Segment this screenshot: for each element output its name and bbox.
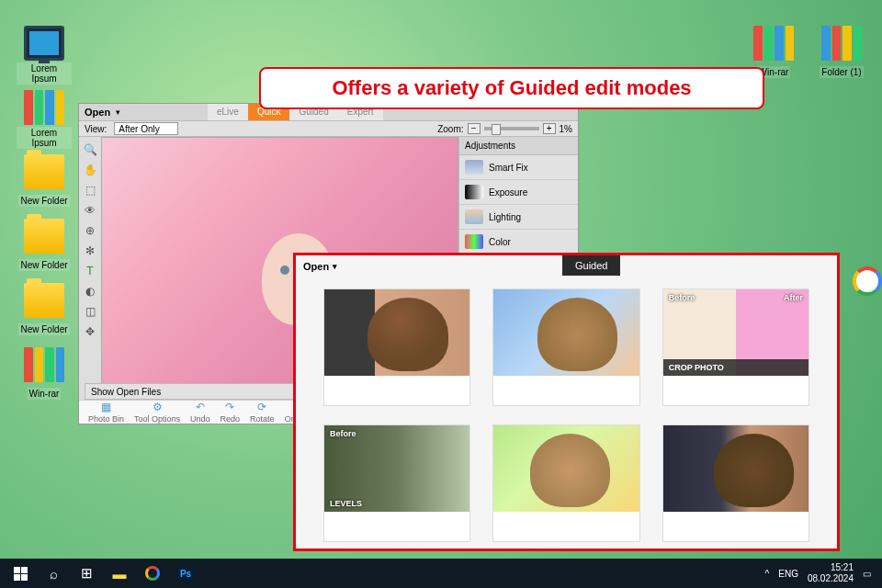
tool-options-button[interactable]: ⚙Tool Options [130, 401, 184, 424]
before-label: Before [330, 429, 356, 438]
guided-card[interactable] [492, 288, 639, 406]
zoom-slider[interactable] [484, 127, 539, 130]
binders-icon [24, 90, 64, 125]
toolbar: 🔍 ✋ ⬚ 👁 ⊕ ✻ T ◐ ◫ ✥ [79, 137, 101, 413]
time-label: 15:21 [808, 562, 854, 573]
search-icon: ⌕ [50, 566, 58, 582]
desktop-icon-label: Lorem Ipsum [17, 62, 72, 85]
windows-icon [14, 567, 28, 581]
folder-icon [24, 283, 64, 318]
chrome-button[interactable] [136, 559, 169, 588]
view-select[interactable] [114, 122, 178, 135]
desktop-icon-label: Win-rar [28, 388, 62, 400]
folder-icon: ▬ [113, 566, 127, 582]
zoom-label: Zoom: [437, 124, 463, 134]
show-open-files-label[interactable]: Show Open Files [91, 387, 161, 397]
view-bar: View: Zoom: − + 1% [79, 120, 578, 137]
chrome-icon [145, 566, 160, 581]
guided-card-levels[interactable]: Before LEVELS [323, 424, 470, 542]
adjust-lighting[interactable]: Lighting [459, 205, 578, 230]
desktop-icon-winrar[interactable]: Win-rar [17, 347, 72, 401]
desktop-icon-label: New Folder [18, 195, 69, 207]
eye-tool-icon[interactable]: 👁 [83, 203, 97, 218]
system-tray: ^ ENG 15:21 08.02.2024 ▭ [758, 562, 878, 584]
tool-options-icon: ⚙ [153, 401, 163, 413]
card-title: CROP PHOTO [663, 359, 808, 376]
folder-icon [24, 154, 64, 189]
zoom-value: 1% [560, 124, 572, 134]
clock[interactable]: 15:21 08.02.2024 [808, 562, 854, 584]
type-tool-icon[interactable]: T [83, 264, 97, 278]
redo-icon: ↷ [225, 401, 234, 413]
redo-button[interactable]: ↷Redo [217, 401, 244, 424]
undo-icon: ↶ [196, 401, 205, 413]
date-label: 08.02.2024 [808, 573, 854, 584]
explorer-button[interactable]: ▬ [103, 559, 136, 588]
photoshop-button[interactable]: Ps [169, 559, 202, 588]
guided-card-crop[interactable]: Before After CROP PHOTO [662, 288, 809, 406]
desktop-icon-folder1[interactable]: Folder (1) [814, 26, 869, 79]
zoom-out-button[interactable]: − [468, 123, 481, 134]
search-button[interactable]: ⌕ [37, 559, 70, 588]
view-label: View: [85, 124, 107, 134]
callout-banner: Offers a variety of Guided edit modes [259, 67, 764, 109]
desktop-icon-folder[interactable]: New Folder [17, 154, 72, 208]
photo-bin-button[interactable]: ▦Photo Bin [85, 401, 128, 424]
taskbar: ⌕ ⊞ ▬ Ps ^ ENG 15:21 08.02.2024 ▭ [0, 559, 882, 588]
select-tool-icon[interactable]: ⬚ [83, 183, 97, 198]
adjust-color[interactable]: Color [459, 230, 578, 254]
rotate-button[interactable]: ⟳Rotate [246, 401, 278, 424]
rotate-icon: ⟳ [257, 401, 266, 413]
adjust-smartfix[interactable]: Smart Fix [459, 155, 578, 180]
guided-window: Open Guided Before After CROP PHOTO Befo… [293, 253, 840, 551]
zoom-tool-icon[interactable]: 🔍 [83, 142, 97, 157]
guided-card[interactable] [492, 424, 639, 542]
open-menu[interactable]: Open [85, 107, 110, 118]
binders-icon [24, 347, 64, 382]
tab-guided[interactable]: Guided [562, 255, 620, 276]
adjust-exposure[interactable]: Exposure [459, 180, 578, 205]
monitor-icon [24, 26, 64, 61]
guided-header: Open Guided [296, 255, 837, 277]
spot-tool-icon[interactable]: ◐ [83, 284, 97, 299]
chrome-icon[interactable] [853, 266, 882, 296]
guided-grid: Before After CROP PHOTO Before LEVELS [296, 277, 837, 553]
zoom-in-button[interactable]: + [543, 123, 556, 134]
task-view-button[interactable]: ⊞ [70, 559, 103, 588]
desktop-icon-label: New Folder [18, 323, 69, 335]
tray-chevron-icon[interactable]: ^ [765, 569, 770, 579]
adjustments-title: Adjustments [459, 137, 578, 155]
notifications-icon[interactable]: ▭ [863, 569, 871, 579]
start-button[interactable] [4, 559, 37, 588]
task-view-icon: ⊞ [81, 565, 93, 582]
desktop-icon-folder[interactable]: New Folder [17, 283, 72, 336]
hand-tool-icon[interactable]: ✋ [83, 163, 97, 177]
desktop-icon-computer[interactable]: Lorem Ipsum [17, 26, 72, 85]
desktop-icon-folder[interactable]: New Folder [17, 219, 72, 272]
language-indicator[interactable]: ENG [778, 569, 798, 579]
binders-icon [753, 26, 794, 61]
undo-button[interactable]: ↶Undo [187, 401, 214, 424]
card-title: LEVELS [330, 499, 362, 508]
binders-icon [821, 26, 862, 61]
folder-icon [24, 219, 64, 254]
photo-bin-icon: ▦ [101, 401, 111, 413]
desktop-icon-label: New Folder [18, 259, 69, 271]
ps-icon: Ps [177, 567, 194, 581]
move-tool-icon[interactable]: ✥ [83, 324, 97, 339]
redeye-tool-icon[interactable]: ⊕ [83, 223, 97, 238]
tab-elive[interactable]: eLive [208, 104, 248, 120]
before-label: Before [669, 293, 695, 302]
desktop-icon-binders[interactable]: Lorem Ipsum [17, 90, 72, 150]
desktop-icon-label: Lorem Ipsum [17, 127, 72, 149]
open-menu[interactable]: Open [296, 261, 345, 272]
crop-tool-icon[interactable]: ◫ [83, 304, 97, 319]
desktop-icon-label: Folder (1) [820, 66, 863, 78]
guided-card[interactable] [323, 288, 470, 406]
whiten-tool-icon[interactable]: ✻ [83, 243, 97, 258]
guided-card[interactable] [662, 424, 809, 542]
after-label: After [784, 293, 803, 302]
